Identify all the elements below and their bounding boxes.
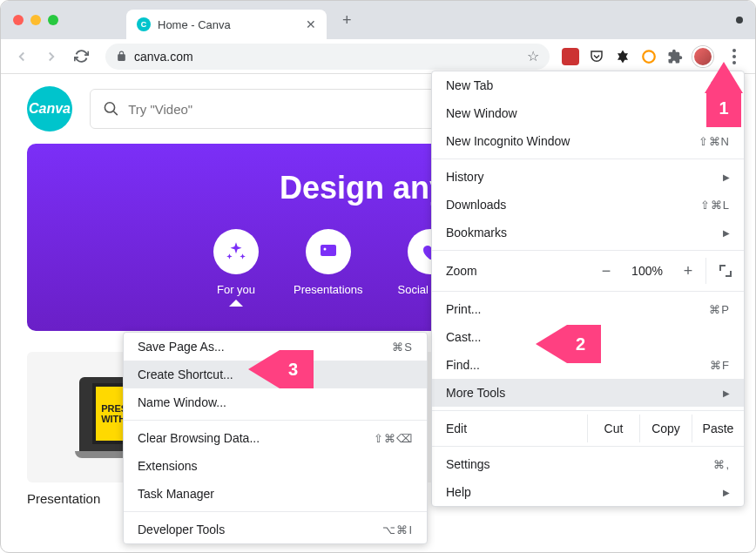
- forward-button[interactable]: [39, 44, 64, 69]
- menu-label: More Tools: [446, 386, 505, 400]
- submenu-clear-browsing-data[interactable]: Clear Browsing Data... ⇧⌘⌫: [124, 424, 427, 452]
- zoom-out-button[interactable]: −: [589, 258, 624, 284]
- menu-label: Save Page As...: [138, 340, 225, 354]
- menu-label: New Tab: [446, 78, 493, 92]
- traffic-lights: [13, 15, 58, 25]
- browser-tab[interactable]: C Home - Canva ✕: [126, 10, 327, 39]
- menu-label: New Incognito Window: [446, 134, 570, 148]
- menu-new-window[interactable]: New Window ⌘N: [432, 99, 744, 127]
- menu-help[interactable]: Help ▶: [432, 478, 744, 506]
- close-window-button[interactable]: [13, 15, 24, 25]
- menu-label: Edit: [432, 415, 587, 442]
- menu-shortcut: ⌘S: [392, 341, 413, 354]
- menu-label: New Window: [446, 106, 517, 120]
- extension-icon[interactable]: [614, 48, 631, 65]
- menu-downloads[interactable]: Downloads ⇧⌘L: [432, 191, 744, 219]
- callout-3: 3: [248, 350, 314, 388]
- category-label: Presentations: [294, 283, 363, 296]
- menu-label: Extensions: [138, 459, 197, 473]
- bookmark-star-icon[interactable]: ☆: [527, 48, 539, 64]
- menu-label: History: [446, 170, 484, 184]
- back-button[interactable]: [10, 44, 34, 69]
- menu-label: Settings: [446, 457, 490, 471]
- menu-label: Task Manager: [138, 487, 214, 501]
- category-for-you[interactable]: For you: [213, 229, 259, 296]
- menu-label: Print...: [446, 302, 481, 316]
- chevron-right-icon: ▶: [723, 228, 730, 238]
- edit-cut-button[interactable]: Cut: [587, 415, 639, 442]
- tab-favicon: C: [137, 17, 151, 31]
- extension-icon[interactable]: [562, 48, 579, 65]
- edit-paste-button[interactable]: Paste: [692, 415, 744, 442]
- menu-history[interactable]: History ▶: [432, 163, 744, 191]
- account-indicator[interactable]: [736, 17, 743, 24]
- menu-label: Create Shortcut...: [138, 368, 233, 381]
- new-tab-button[interactable]: +: [342, 11, 352, 30]
- menu-shortcut: ⌘,: [713, 458, 730, 471]
- edit-copy-button[interactable]: Copy: [639, 415, 692, 442]
- category-label: For you: [217, 283, 255, 296]
- menu-shortcut: ⇧⌘⌫: [374, 432, 413, 445]
- minimize-window-button[interactable]: [30, 15, 41, 25]
- sparkle-icon: [213, 229, 259, 274]
- menu-label: Downloads: [446, 198, 506, 212]
- menu-zoom-row: Zoom − 100% +: [432, 254, 744, 287]
- menu-more-tools[interactable]: More Tools ▶: [432, 379, 744, 407]
- chevron-right-icon: ▶: [723, 388, 730, 398]
- extension-icon[interactable]: [640, 48, 658, 65]
- svg-point-0: [643, 51, 655, 63]
- menu-label: Cast...: [446, 330, 481, 344]
- submenu-developer-tools[interactable]: Developer Tools ⌥⌘I: [124, 516, 427, 543]
- menu-label: Zoom: [446, 264, 589, 278]
- menu-shortcut: ⌘P: [709, 303, 730, 316]
- url-text: canva.com: [134, 50, 193, 64]
- svg-rect-2: [321, 245, 336, 256]
- chevron-right-icon: ▶: [723, 172, 730, 182]
- canva-logo[interactable]: Canva: [27, 86, 72, 132]
- menu-new-tab[interactable]: New Tab ⌘T: [432, 71, 744, 99]
- menu-settings[interactable]: Settings ⌘,: [432, 450, 744, 478]
- zoom-value: 100%: [624, 264, 671, 278]
- callout-number: 3: [280, 350, 314, 388]
- menu-bookmarks[interactable]: Bookmarks ▶: [432, 219, 744, 246]
- menu-new-incognito[interactable]: New Incognito Window ⇧⌘N: [432, 127, 744, 155]
- callout-number: 1: [706, 93, 740, 127]
- window-titlebar: C Home - Canva ✕ +: [1, 1, 755, 39]
- maximize-window-button[interactable]: [48, 15, 58, 25]
- lock-icon: [116, 51, 127, 62]
- submenu-extensions[interactable]: Extensions: [124, 452, 427, 480]
- svg-point-1: [105, 103, 114, 112]
- category-presentations[interactable]: Presentations: [294, 229, 363, 296]
- pocket-extension-icon[interactable]: [588, 48, 605, 65]
- address-bar[interactable]: canva.com ☆: [105, 44, 550, 70]
- zoom-in-button[interactable]: +: [671, 258, 705, 284]
- fullscreen-button[interactable]: [705, 258, 744, 284]
- tab-title: Home - Canva: [158, 18, 299, 31]
- menu-shortcut: ⇧⌘N: [699, 135, 730, 148]
- extensions-puzzle-icon[interactable]: [666, 48, 684, 65]
- submenu-task-manager[interactable]: Task Manager: [124, 480, 427, 508]
- menu-label: Name Window...: [138, 395, 226, 409]
- chrome-main-menu: New Tab ⌘T New Window ⌘N New Incognito W…: [431, 71, 745, 507]
- callout-2: 2: [536, 325, 601, 363]
- menu-label: Bookmarks: [446, 226, 507, 239]
- callout-1: 1: [705, 62, 743, 127]
- menu-shortcut: ⌘F: [710, 359, 730, 372]
- submenu-name-window[interactable]: Name Window...: [124, 388, 427, 416]
- fullscreen-icon: [719, 265, 732, 277]
- menu-shortcut: ⌥⌘I: [382, 523, 413, 536]
- menu-print[interactable]: Print... ⌘P: [432, 295, 744, 323]
- svg-point-3: [323, 248, 326, 251]
- menu-edit-row: Edit Cut Copy Paste: [432, 415, 744, 442]
- reload-button[interactable]: [69, 44, 93, 69]
- search-icon: [103, 100, 119, 118]
- menu-label: Clear Browsing Data...: [138, 431, 260, 445]
- chevron-right-icon: ▶: [723, 488, 730, 497]
- menu-label: Find...: [446, 358, 480, 372]
- menu-shortcut: ⇧⌘L: [700, 199, 730, 212]
- callout-number: 2: [567, 325, 601, 363]
- menu-label: Developer Tools: [138, 523, 225, 536]
- tab-close-icon[interactable]: ✕: [306, 17, 316, 31]
- menu-label: Help: [446, 485, 471, 499]
- presentation-icon: [306, 229, 351, 274]
